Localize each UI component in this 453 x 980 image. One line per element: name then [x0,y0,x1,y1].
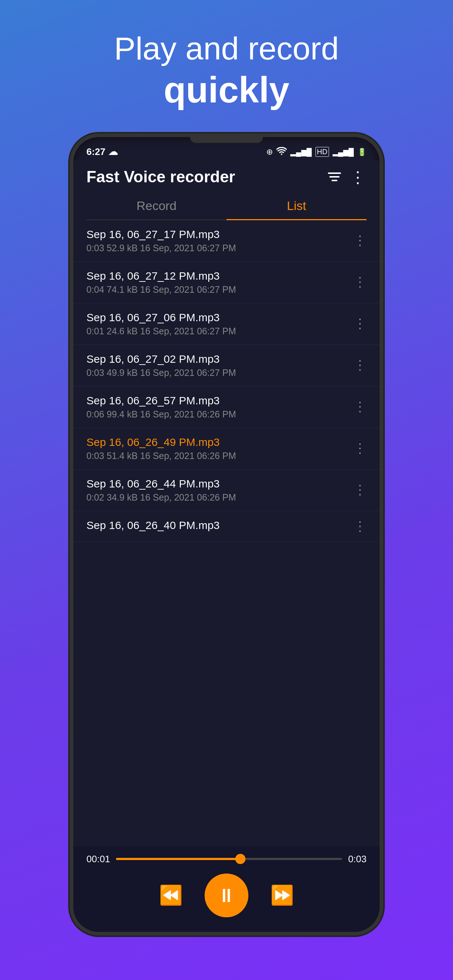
file-meta: 0:03 49.9 kB 16 Sep, 2021 06:27 PM [86,368,236,378]
hd-label: HD [316,147,329,157]
cloud-icon: ☁ [108,146,118,158]
location-icon: ⊕ [266,147,273,157]
file-info: Sep 16, 06_27_17 PM.mp30:03 52.9 kB 16 S… [86,228,236,253]
filter-icon[interactable] [328,169,341,185]
time-display: 6:27 [86,146,105,158]
status-right: ⊕ ▂▄▆█ HD ▂▄▆█ 🔋 [266,147,367,157]
signal-bars: ▂▄▆█ [290,148,311,156]
list-item[interactable]: Sep 16, 06_27_06 PM.mp30:01 24.6 kB 16 S… [73,303,380,345]
progress-row: 00:01 0:03 [86,853,367,865]
pause-button[interactable]: ⏸ [205,873,248,917]
list-item[interactable]: Sep 16, 06_27_02 PM.mp30:03 49.9 kB 16 S… [73,345,380,387]
file-name: Sep 16, 06_27_06 PM.mp3 [86,311,236,324]
total-time: 0:03 [348,853,367,865]
list-item[interactable]: Sep 16, 06_26_40 PM.mp3⋮ [73,511,380,542]
list-item[interactable]: Sep 16, 06_27_17 PM.mp30:03 52.9 kB 16 S… [73,220,380,262]
file-more-button[interactable]: ⋮ [353,317,367,330]
tabs-bar: Record List [86,192,367,220]
file-info: Sep 16, 06_26_40 PM.mp3 [86,519,220,534]
svg-rect-1 [329,176,340,178]
file-info: Sep 16, 06_27_02 PM.mp30:03 49.9 kB 16 S… [86,353,236,378]
more-icon[interactable]: ⋮ [350,168,367,186]
signal2-bars: ▂▄▆█ [333,148,354,156]
file-meta: 0:03 52.9 kB 16 Sep, 2021 06:27 PM [86,243,236,253]
file-more-button[interactable]: ⋮ [353,359,367,372]
app-header: Fast Voice recorder ⋮ [73,161,380,192]
file-name: Sep 16, 06_27_17 PM.mp3 [86,228,236,240]
file-meta: 0:02 34.9 kB 16 Sep, 2021 06:26 PM [86,492,236,503]
list-item[interactable]: Sep 16, 06_27_12 PM.mp30:04 74.1 kB 16 S… [73,262,380,303]
forward-button[interactable]: ⏩ [270,884,294,906]
file-more-button[interactable]: ⋮ [353,520,367,533]
file-more-button[interactable]: ⋮ [353,484,367,496]
headline-line2: quickly [114,68,339,111]
file-info: Sep 16, 06_26_57 PM.mp30:06 99.4 kB 16 S… [86,395,236,420]
file-name: Sep 16, 06_27_12 PM.mp3 [86,270,236,282]
header-section: Play and record quickly [114,29,339,111]
file-info: Sep 16, 06_27_06 PM.mp30:01 24.6 kB 16 S… [86,311,236,337]
list-item[interactable]: Sep 16, 06_26_49 PM.mp30:03 51.4 kB 16 S… [73,428,380,469]
file-more-button[interactable]: ⋮ [353,442,367,455]
current-time: 00:01 [86,853,110,865]
file-list: Sep 16, 06_27_17 PM.mp30:03 52.9 kB 16 S… [73,220,380,846]
svg-rect-2 [332,180,337,181]
file-name: Sep 16, 06_26_49 PM.mp3 [86,436,236,449]
list-item[interactable]: Sep 16, 06_26_57 PM.mp30:06 99.4 kB 16 S… [73,387,380,428]
file-name: Sep 16, 06_27_02 PM.mp3 [86,353,236,365]
player-bar: 00:01 0:03 ⏪ ⏸ ⏩ [73,846,380,932]
app-title: Fast Voice recorder [86,168,235,186]
svg-rect-0 [328,172,341,174]
file-name: Sep 16, 06_26_40 PM.mp3 [86,519,220,531]
progress-track[interactable] [116,858,342,860]
headline-line1: Play and record [114,29,339,68]
file-more-button[interactable]: ⋮ [353,234,367,247]
progress-thumb [235,854,246,864]
file-name: Sep 16, 06_26_44 PM.mp3 [86,477,236,490]
pause-icon: ⏸ [217,885,236,906]
file-meta: 0:04 74.1 kB 16 Sep, 2021 06:27 PM [86,285,236,295]
file-info: Sep 16, 06_27_12 PM.mp30:04 74.1 kB 16 S… [86,270,236,295]
phone-frame: 6:27 ☁ ⊕ ▂▄▆█ HD ▂▄▆█ 🔋 Fast Voice recor… [70,134,383,935]
tab-list[interactable]: List [226,192,367,220]
file-meta: 0:06 99.4 kB 16 Sep, 2021 06:26 PM [86,409,236,420]
file-meta: 0:03 51.4 kB 16 Sep, 2021 06:26 PM [86,450,236,461]
file-info: Sep 16, 06_26_49 PM.mp30:03 51.4 kB 16 S… [86,436,236,461]
list-item[interactable]: Sep 16, 06_26_44 PM.mp30:02 34.9 kB 16 S… [73,469,380,511]
file-meta: 0:01 24.6 kB 16 Sep, 2021 06:27 PM [86,326,236,337]
status-left: 6:27 ☁ [86,146,118,158]
player-controls: ⏪ ⏸ ⏩ [86,873,367,917]
tab-record[interactable]: Record [86,192,226,220]
file-info: Sep 16, 06_26_44 PM.mp30:02 34.9 kB 16 S… [86,477,236,503]
phone-notch [190,137,263,143]
progress-fill [116,858,240,860]
file-more-button[interactable]: ⋮ [353,275,367,289]
file-more-button[interactable]: ⋮ [353,400,367,414]
wifi-icon [276,147,287,157]
header-icons: ⋮ [328,168,367,186]
rewind-button[interactable]: ⏪ [159,884,183,906]
battery-icon: 🔋 [357,148,367,156]
app-content: Fast Voice recorder ⋮ Record List [73,161,380,932]
file-name: Sep 16, 06_26_57 PM.mp3 [86,395,236,407]
